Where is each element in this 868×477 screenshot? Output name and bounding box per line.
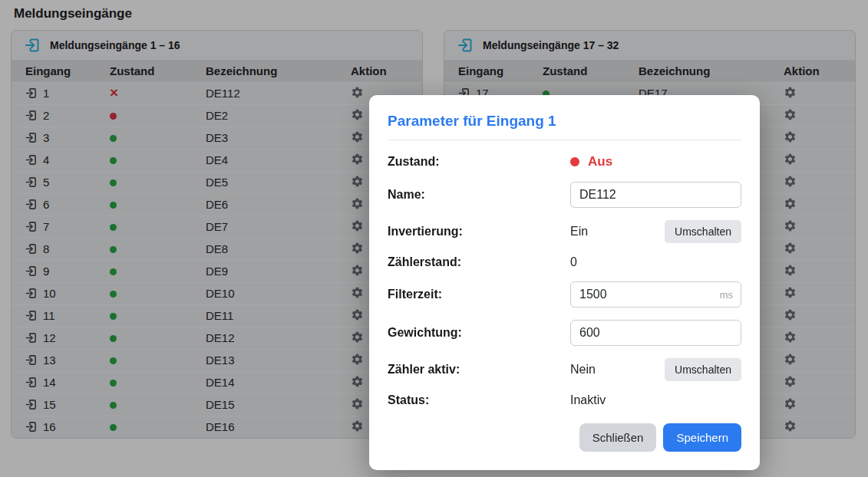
field-label-filterzeit: Filterzeit:: [388, 288, 570, 301]
modal-footer: Schließen Speichern: [388, 423, 741, 452]
zaehler-aktiv-value: Nein: [570, 363, 596, 377]
field-label-invertierung: Invertierung:: [388, 225, 570, 238]
modal-divider: [388, 140, 741, 140]
field-row-invertierung: Invertierung: Ein Umschalten: [388, 220, 741, 243]
zaehlerstand-value: 0: [570, 255, 741, 269]
close-button[interactable]: Schließen: [579, 423, 657, 452]
field-row-filterzeit: Filterzeit: ms: [388, 281, 741, 308]
field-value-invertierung: Ein Umschalten: [570, 220, 741, 243]
field-row-gewichtung: Gewichtung:: [388, 320, 741, 346]
field-value-filterzeit: ms: [570, 281, 741, 308]
field-row-zustand: Zustand: Aus: [388, 154, 741, 169]
field-value-gewichtung: [570, 320, 741, 346]
field-label-zaehler-aktiv: Zähler aktiv:: [388, 363, 570, 377]
field-row-zaehlerstand: Zählerstand: 0: [388, 255, 741, 269]
field-label-name: Name:: [388, 188, 570, 202]
field-label-gewichtung: Gewichtung:: [388, 326, 570, 340]
field-value-name: [570, 182, 741, 208]
field-label-zustand: Zustand:: [388, 155, 570, 169]
invertierung-toggle-button[interactable]: Umschalten: [665, 220, 741, 243]
modal-title: Parameter für Eingang 1: [388, 113, 741, 130]
parameter-modal: Parameter für Eingang 1 Zustand: Aus Nam…: [369, 95, 760, 470]
field-value-zaehler-aktiv: Nein Umschalten: [570, 358, 741, 381]
filterzeit-input[interactable]: [570, 281, 741, 308]
gewichtung-input[interactable]: [570, 320, 741, 346]
invertierung-value: Ein: [570, 225, 588, 238]
field-row-status: Status: Inaktiv: [388, 393, 741, 407]
field-row-name: Name:: [388, 182, 741, 208]
field-row-zaehler-aktiv: Zähler aktiv: Nein Umschalten: [388, 358, 741, 381]
save-button[interactable]: Speichern: [663, 423, 741, 452]
name-input[interactable]: [570, 182, 741, 208]
zaehler-aktiv-toggle-button[interactable]: Umschalten: [665, 358, 741, 381]
state-off-dot: [570, 157, 579, 166]
status-value: Inaktiv: [570, 393, 741, 407]
field-label-status: Status:: [388, 393, 570, 407]
field-label-zaehlerstand: Zählerstand:: [388, 255, 570, 269]
zustand-value: Aus: [588, 154, 612, 169]
filterzeit-unit: ms: [720, 289, 733, 301]
field-value-zustand: Aus: [570, 154, 741, 169]
